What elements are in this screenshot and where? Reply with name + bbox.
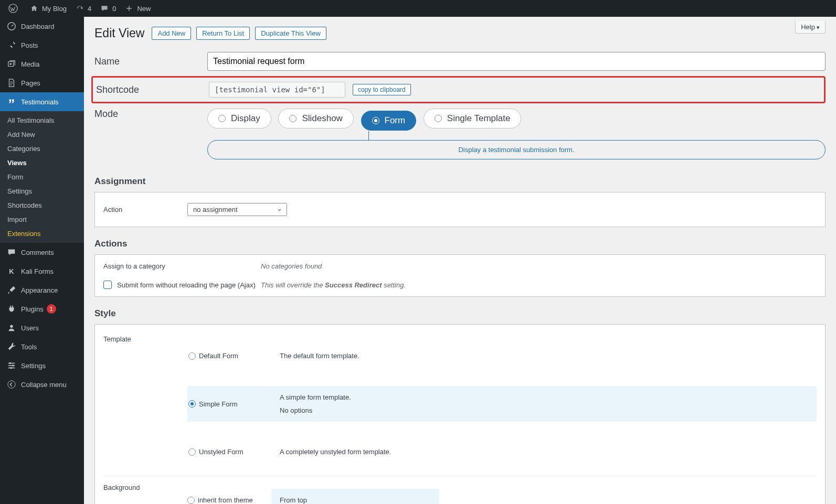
menu-media[interactable]: Media [0,55,84,73]
plugins-badge: 1 [47,304,56,314]
svg-point-4 [9,362,12,364]
background-label: Background [103,484,187,491]
sub-import[interactable]: Import [0,212,84,227]
sub-add-new[interactable]: Add New [0,127,84,142]
site-link[interactable]: My Blog [25,0,71,17]
menu-dashboard[interactable]: Dashboard [0,17,84,36]
comment-icon [100,4,109,13]
menu-pages[interactable]: Pages [0,73,84,92]
comments-count: 0 [112,5,116,13]
menu-appearance[interactable]: Appearance [0,281,84,299]
svg-point-5 [12,364,14,367]
new-label: New [137,5,151,13]
collapse-menu[interactable]: Collapse menu [0,375,84,394]
template-simple[interactable]: Simple Form A simple form template. No o… [187,377,817,431]
chevron-left-circle-icon [6,379,17,390]
menu-comments[interactable]: Comments [0,243,84,262]
svg-point-3 [10,325,13,328]
action-select[interactable]: no assignment [187,203,287,216]
radio-icon [187,497,195,504]
menu-settings[interactable]: Settings [0,356,84,375]
shortcode-label: Shortcode [96,84,209,95]
user-icon [6,323,17,333]
sub-all-testimonials[interactable]: All Testimonials [0,113,84,127]
template-label: Template [103,335,187,343]
bg-fromtop: From top [271,489,439,504]
mode-display[interactable]: Display [207,109,271,128]
comment-icon [6,247,17,258]
quote-icon [6,96,17,107]
sub-categories[interactable]: Categories [0,142,84,156]
svg-point-0 [9,4,17,13]
radio-icon [188,352,196,360]
shortcode-highlight: Shortcode copy to clipboard [91,76,826,103]
updates-link[interactable]: 4 [71,0,96,17]
page-icon [6,78,17,88]
template-default[interactable]: Default Form The default form template. [187,335,817,377]
updates-count: 4 [88,5,91,13]
bg-inherit[interactable]: inherit from theme [187,496,271,504]
admin-toolbar: My Blog 4 0 New [0,0,836,17]
svg-point-2 [9,63,12,65]
menu-tools[interactable]: Tools [0,337,84,356]
assign-category-label: Assign to a category [103,262,261,270]
k-icon: K [6,266,17,276]
sub-form[interactable]: Form [0,170,84,184]
comments-link[interactable]: 0 [96,0,120,17]
sliders-icon [6,360,17,371]
svg-point-7 [8,381,15,388]
main-content: Help Edit View Add New Return To List Du… [84,17,836,504]
svg-point-6 [10,367,12,369]
name-label: Name [94,56,207,67]
plus-icon [124,4,134,13]
home-icon [29,4,39,13]
assign-category-value: No categories found [261,262,817,270]
menu-kaliforms[interactable]: KKali Forms [0,262,84,281]
copy-clipboard-button[interactable]: copy to clipboard [353,84,411,95]
new-link[interactable]: New [120,0,155,17]
mode-label: Mode [94,109,207,120]
radio-icon [372,117,379,124]
wordpress-icon [8,4,18,13]
actions-panel: Assign to a category No categories found… [94,254,826,297]
admin-sidebar: Dashboard Posts Media Pages Testimonials… [0,17,84,504]
plug-icon [6,304,17,314]
mode-form[interactable]: Form [361,111,417,131]
style-heading: Style [94,308,826,319]
action-label: Action [103,206,187,213]
mode-description: Display a testimonial submission form. [207,140,826,159]
radio-icon [188,448,196,456]
actions-heading: Actions [94,239,826,249]
assignment-heading: Assignment [94,176,826,187]
brush-icon [6,285,17,295]
dashboard-icon [6,21,17,31]
sub-shortcodes[interactable]: Shortcodes [0,198,84,212]
name-input[interactable] [207,52,826,71]
menu-plugins[interactable]: Plugins1 [0,299,84,318]
mode-slideshow[interactable]: Slideshow [278,109,354,128]
pin-icon [6,40,17,50]
page-title: Edit View [94,26,144,40]
wrench-icon [6,341,17,352]
menu-users[interactable]: Users [0,318,84,337]
ajax-label: Submit form without reloading the page (… [117,281,256,289]
style-panel: Template Default Form The default form t… [94,324,826,504]
ajax-checkbox[interactable] [103,281,112,289]
ajax-note: This will override the Success Redirect … [261,281,817,289]
sub-views[interactable]: Views [0,156,84,170]
template-unstyled[interactable]: Unstyled Form A completely unstyled form… [187,431,817,473]
duplicate-view-button[interactable]: Duplicate This View [255,27,326,40]
shortcode-input[interactable] [209,82,345,98]
mode-single-template[interactable]: Single Template [424,109,522,128]
sub-settings[interactable]: Settings [0,184,84,198]
wp-logo[interactable] [4,0,25,17]
add-new-button[interactable]: Add New [152,27,191,40]
help-tab[interactable]: Help [795,21,826,34]
menu-posts[interactable]: Posts [0,36,84,55]
menu-testimonials[interactable]: Testimonials [0,92,84,111]
radio-icon [289,115,297,122]
return-to-list-button[interactable]: Return To List [196,27,250,40]
refresh-icon [75,4,84,13]
sub-extensions[interactable]: Extensions [0,227,84,241]
assignment-panel: Action no assignment [94,192,826,227]
